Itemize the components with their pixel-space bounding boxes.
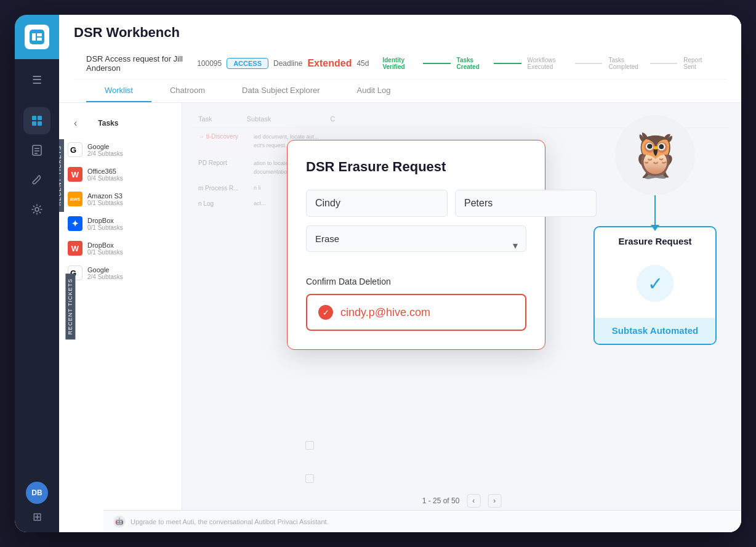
- checkbox-1[interactable]: [305, 441, 314, 450]
- modal-title: DSR Erasure Request: [306, 159, 526, 175]
- task-name-1: Google: [87, 143, 173, 150]
- task-sub-2: 0/4 Subtasks: [87, 175, 173, 182]
- back-button[interactable]: ‹: [66, 113, 84, 134]
- task-sub-4: 0/1 Subtasks: [87, 224, 173, 231]
- sidebar-bottom: DB ⊞: [26, 482, 48, 532]
- action-select-wrapper: Erase: [306, 225, 526, 264]
- checkbox-2[interactable]: [305, 474, 314, 483]
- task-item-aws[interactable]: aws Amazon S3 0/1 Subtasks: [59, 187, 182, 211]
- recent-tickets-label: RECENT TICKETS: [65, 274, 75, 339]
- main-content: DSR Workbench RECENT TICKETS DSR Access …: [59, 15, 741, 532]
- erasure-check-circle: ✓: [637, 265, 674, 302]
- step-completed: Tasks Completed: [602, 57, 649, 70]
- bottom-bar-text: Upgrade to meet Auti, the conversational…: [131, 518, 329, 525]
- svg-point-12: [35, 208, 39, 211]
- task-sub-5: 0/1 Subtasks: [87, 249, 173, 256]
- tab-chatroom[interactable]: Chatroom: [151, 79, 223, 102]
- office-logo: W: [68, 167, 82, 182]
- confirm-email: cindy.p@hive.com: [340, 306, 430, 319]
- task-item-dropbox-1[interactable]: ✦ DropBox 0/1 Subtasks: [59, 211, 182, 236]
- dsr-info-bar: RECENT TICKETS DSR Access request for Ji…: [74, 48, 726, 79]
- svg-text:G: G: [70, 145, 76, 155]
- access-badge: ACCESS: [227, 58, 268, 69]
- user-avatar[interactable]: DB: [26, 482, 48, 504]
- nav-reports[interactable]: [23, 137, 50, 164]
- extended-badge: Extended: [307, 58, 352, 69]
- c-col-header: C: [330, 115, 335, 123]
- subtask-automated-label: Subtask Automated: [612, 325, 698, 336]
- hamburger-icon[interactable]: ☰: [25, 68, 49, 92]
- task-col-header: Task: [198, 115, 212, 123]
- tab-audit-log[interactable]: Audit Log: [339, 79, 409, 102]
- svg-rect-5: [38, 116, 42, 120]
- task-item-google-2[interactable]: G Google 2/4 Subtasks: [59, 261, 182, 285]
- email-check-icon: ✓: [318, 305, 333, 320]
- sidebar-nav: [23, 101, 50, 482]
- first-name-input[interactable]: [306, 190, 448, 217]
- dropbox-logo-1: ✦: [68, 216, 82, 231]
- task-item-google-1[interactable]: G Google 2/4 Subtasks: [59, 137, 182, 162]
- step-identity: Identity Verified: [376, 57, 422, 70]
- dropbox-office-logo: W: [68, 241, 82, 256]
- pagination-info: 1 - 25 of 50: [422, 496, 460, 505]
- deadline-days: 45d: [356, 59, 369, 68]
- name-fields: [306, 190, 526, 217]
- owl-container: 🦉: [615, 115, 695, 195]
- task-name-4: DropBox: [87, 217, 173, 224]
- svg-rect-6: [32, 121, 36, 126]
- next-page-button[interactable]: ›: [488, 494, 501, 508]
- arrow-down: [654, 195, 656, 226]
- step-line-2: [494, 63, 521, 64]
- step-report: Report Sent: [677, 57, 714, 70]
- bot-icon: 🤖: [113, 516, 126, 528]
- prev-page-button[interactable]: ‹: [467, 494, 480, 508]
- task-item-office[interactable]: W Office365 0/4 Subtasks: [59, 162, 182, 187]
- right-panel: 🦉 Erasure Request ✓ Subtask Aut: [593, 115, 717, 345]
- workflow-area: Task Subtask C → ti-Discovery ied docume…: [182, 103, 741, 532]
- erasure-card-title: Erasure Request: [595, 227, 715, 255]
- svg-rect-4: [32, 116, 36, 120]
- step-line-3: [575, 63, 603, 64]
- erasure-card-footer: Subtask Automated: [595, 318, 715, 344]
- progress-steps: Identity Verified Tasks Created Workflow…: [376, 57, 714, 70]
- tab-data-subject[interactable]: Data Subject Explorer: [223, 79, 338, 102]
- subtask-col-header: Subtask: [247, 115, 271, 123]
- svg-rect-2: [37, 33, 42, 36]
- tab-worklist[interactable]: Worklist: [86, 79, 151, 102]
- step-line-4: [650, 63, 678, 64]
- tabs-bar: Worklist Chatroom Data Subject Explorer …: [74, 79, 726, 102]
- dsr-request-title: DSR Access request for Jill Anderson: [86, 54, 190, 73]
- svg-rect-1: [32, 33, 36, 41]
- erasure-modal: DSR Erasure Request Erase Confirm Data D…: [287, 140, 545, 350]
- action-select[interactable]: Erase: [306, 225, 526, 252]
- sidebar: ☰ DB ⊞: [15, 15, 59, 532]
- owl-icon: 🦉: [629, 134, 682, 177]
- checkmark-icon: ✓: [648, 273, 663, 294]
- task-name-3: Amazon S3: [87, 192, 173, 200]
- task-info-5: DropBox 0/1 Subtasks: [87, 241, 173, 256]
- confirm-label: Confirm Data Deletion: [306, 277, 526, 286]
- task-info-1: Google 2/4 Subtasks: [87, 143, 173, 157]
- erasure-card: Erasure Request ✓ Subtask Automated: [593, 226, 717, 345]
- nav-settings[interactable]: [23, 196, 50, 223]
- page-title: DSR Workbench: [74, 25, 726, 41]
- nav-tools[interactable]: [23, 166, 50, 193]
- task-info-2: Office365 0/4 Subtasks: [87, 168, 173, 182]
- step-workflows: Workflows Executed: [521, 57, 575, 70]
- deadline-label: Deadline: [273, 59, 302, 68]
- nav-dashboard[interactable]: [23, 107, 50, 134]
- last-name-input[interactable]: [455, 190, 597, 217]
- content-area: ‹ Tasks G Google 2/4 Subtasks W Office36…: [59, 103, 741, 532]
- task-sub-6: 2/4 Subtasks: [87, 274, 173, 280]
- tasks-panel: ‹ Tasks G Google 2/4 Subtasks W Office36…: [59, 103, 182, 532]
- task-sub-3: 0/1 Subtasks: [87, 200, 173, 206]
- task-info-3: Amazon S3 0/1 Subtasks: [87, 192, 173, 206]
- task-name-5: DropBox: [87, 241, 173, 249]
- logo: [15, 15, 59, 59]
- task-item-dropbox-2[interactable]: W DropBox 0/1 Subtasks: [59, 236, 182, 261]
- task-sub-1: 2/4 Subtasks: [87, 150, 173, 157]
- grid-icon[interactable]: ⊞: [33, 510, 42, 524]
- svg-rect-3: [37, 38, 42, 41]
- email-confirm-box: ✓ cindy.p@hive.com: [306, 294, 526, 331]
- page-header: DSR Workbench RECENT TICKETS DSR Access …: [59, 15, 741, 103]
